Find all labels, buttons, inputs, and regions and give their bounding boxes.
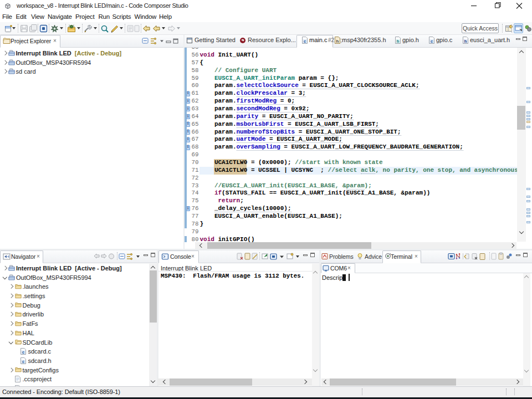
svg-text:c: c [22, 360, 24, 364]
svg-text:c: c [431, 39, 433, 44]
svg-text:h: h [336, 39, 339, 44]
svg-text:h: h [397, 39, 400, 44]
svg-text:c: c [22, 350, 24, 354]
svg-text:h: h [464, 39, 467, 44]
svg-text:c: c [304, 39, 306, 44]
